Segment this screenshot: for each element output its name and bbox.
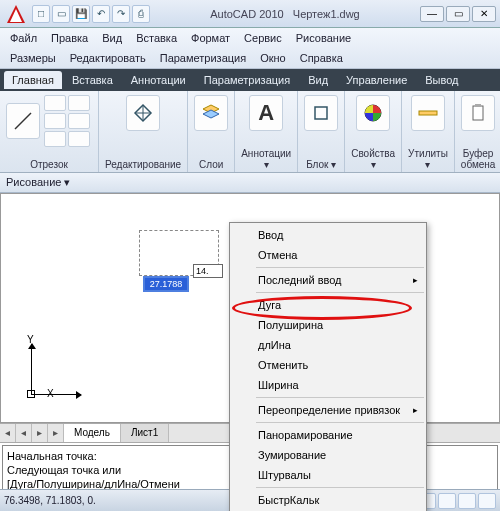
- context-menu-item-полуширина[interactable]: Полуширина: [230, 315, 426, 335]
- menu-tools[interactable]: Сервис: [240, 30, 286, 46]
- menu-parametric[interactable]: Параметризация: [156, 50, 250, 66]
- panel-utilities-label: Утилиты ▾: [408, 148, 448, 170]
- maximize-button[interactable]: ▭: [446, 6, 470, 22]
- context-menu-item-ширина[interactable]: Ширина: [230, 375, 426, 395]
- svg-line-0: [15, 113, 31, 129]
- dyn-input-icon[interactable]: [438, 493, 456, 509]
- context-menu-item-переопределение-привязок[interactable]: Переопределение привязок▸: [230, 400, 426, 420]
- submenu-arrow-icon: ▸: [413, 405, 418, 415]
- ribbon-panel-dropdown[interactable]: Рисование ▾: [0, 173, 500, 193]
- panel-edit: Редактирование: [99, 91, 188, 172]
- ribbon-tab-manage[interactable]: Управление: [338, 71, 415, 89]
- lineweight-icon[interactable]: [458, 493, 476, 509]
- svg-rect-4: [473, 106, 483, 120]
- ribbon-tab-parametric[interactable]: Параметризация: [196, 71, 298, 89]
- menu-insert[interactable]: Вставка: [132, 30, 181, 46]
- clipboard-icon[interactable]: [461, 95, 495, 131]
- ucs-x-label: X: [47, 388, 54, 399]
- window-controls: — ▭ ✕: [420, 6, 496, 22]
- context-menu-item-отменить[interactable]: Отменить: [230, 355, 426, 375]
- context-menu-item-быстркальк[interactable]: БыстрКальк: [230, 490, 426, 510]
- hatch-tool-icon[interactable]: [68, 131, 90, 147]
- svg-rect-5: [475, 104, 481, 107]
- menu-file[interactable]: Файл: [6, 30, 41, 46]
- close-button[interactable]: ✕: [472, 6, 496, 22]
- menu-window[interactable]: Окно: [256, 50, 290, 66]
- menu-edit[interactable]: Правка: [47, 30, 92, 46]
- context-menu-item-панорамирование[interactable]: Панорамирование: [230, 425, 426, 445]
- panel-annotations: A Аннотации ▾: [235, 91, 298, 172]
- qat-save-icon[interactable]: 💾: [72, 5, 90, 23]
- qat-redo-icon[interactable]: ↷: [112, 5, 130, 23]
- tab-layout1[interactable]: Лист1: [121, 424, 169, 442]
- ribbon-tabs: Главная Вставка Аннотации Параметризация…: [0, 69, 500, 91]
- menu-format[interactable]: Формат: [187, 30, 234, 46]
- context-menu-item-последний-ввод[interactable]: Последний ввод▸: [230, 270, 426, 290]
- panel-edit-label: Редактирование: [105, 159, 181, 170]
- circle-tool-icon[interactable]: [68, 95, 90, 111]
- panel-block: Блок ▾: [298, 91, 345, 172]
- panel-clipboard-label: Буфер обмена: [461, 148, 496, 170]
- block-tool-icon[interactable]: [304, 95, 338, 131]
- svg-rect-1: [315, 107, 327, 119]
- context-menu-separator: [256, 397, 424, 398]
- coordinates-readout: 76.3498, 71.1803, 0.: [4, 495, 96, 506]
- panel-clipboard: Буфер обмена: [455, 91, 500, 172]
- context-menu: ВводОтменаПоследний ввод▸ДугаПолуширинад…: [229, 222, 427, 511]
- quick-access-toolbar: □ ▭ 💾 ↶ ↷ ⎙: [32, 5, 150, 23]
- tab-model[interactable]: Модель: [64, 424, 121, 442]
- ribbon-tab-annotate[interactable]: Аннотации: [123, 71, 194, 89]
- svg-rect-3: [419, 111, 437, 115]
- dynamic-input-field[interactable]: 27.1788: [143, 276, 189, 292]
- context-menu-item-штурвалы[interactable]: Штурвалы: [230, 465, 426, 485]
- context-menu-item-ввод[interactable]: Ввод: [230, 225, 426, 245]
- ribbon-tab-output[interactable]: Вывод: [417, 71, 466, 89]
- menu-modify[interactable]: Редактировать: [66, 50, 150, 66]
- panel-properties-label: Свойства ▾: [351, 148, 395, 170]
- ribbon-tab-home[interactable]: Главная: [4, 71, 62, 89]
- ribbon-tab-insert[interactable]: Вставка: [64, 71, 121, 89]
- tab-nav-prev[interactable]: ◂: [16, 424, 32, 442]
- tab-nav-last[interactable]: ▸: [48, 424, 64, 442]
- polyline-tool-icon[interactable]: [44, 95, 66, 111]
- qat-print-icon[interactable]: ⎙: [132, 5, 150, 23]
- measure-tool-icon[interactable]: [411, 95, 445, 131]
- context-menu-separator: [256, 422, 424, 423]
- qat-open-icon[interactable]: ▭: [52, 5, 70, 23]
- ellipse-tool-icon[interactable]: [44, 131, 66, 147]
- line-tool-icon[interactable]: [6, 103, 40, 139]
- ucs-y-axis-icon: [31, 344, 32, 394]
- panel-annotations-label: Аннотации ▾: [241, 148, 291, 170]
- menu-dimensions[interactable]: Размеры: [6, 50, 60, 66]
- app-logo-icon[interactable]: [4, 2, 28, 26]
- submenu-arrow-icon: ▸: [413, 275, 418, 285]
- context-menu-separator: [256, 487, 424, 488]
- tab-nav-next[interactable]: ▸: [32, 424, 48, 442]
- ribbon-tab-view[interactable]: Вид: [300, 71, 336, 89]
- arc-tool-icon[interactable]: [44, 113, 66, 129]
- dimension-readout: 14.: [193, 264, 223, 278]
- tab-nav-first[interactable]: ◂: [0, 424, 16, 442]
- rectangle-tool-icon[interactable]: [68, 113, 90, 129]
- panel-block-label: Блок ▾: [306, 159, 336, 170]
- layers-icon[interactable]: [194, 95, 228, 131]
- context-menu-item-зумирование[interactable]: Зумирование: [230, 445, 426, 465]
- panel-utilities: Утилиты ▾: [402, 91, 455, 172]
- menu-draw[interactable]: Рисование: [292, 30, 355, 46]
- qat-new-icon[interactable]: □: [32, 5, 50, 23]
- model-space-icon[interactable]: [478, 493, 496, 509]
- minimize-button[interactable]: —: [420, 6, 444, 22]
- panel-properties: Свойства ▾: [345, 91, 402, 172]
- qat-undo-icon[interactable]: ↶: [92, 5, 110, 23]
- panel-layers-label: Слои: [199, 159, 223, 170]
- menu-view[interactable]: Вид: [98, 30, 126, 46]
- modify-tool-icon[interactable]: [126, 95, 160, 131]
- context-menu-item-отмена[interactable]: Отмена: [230, 245, 426, 265]
- menu-help[interactable]: Справка: [296, 50, 347, 66]
- menubar: Файл Правка Вид Вставка Формат Сервис Ри…: [0, 28, 500, 69]
- text-tool-icon[interactable]: A: [249, 95, 283, 131]
- context-menu-item-дуга[interactable]: Дуга: [230, 295, 426, 315]
- context-menu-item-длина[interactable]: длИна: [230, 335, 426, 355]
- properties-icon[interactable]: [356, 95, 390, 131]
- ucs-origin-icon: [27, 390, 35, 398]
